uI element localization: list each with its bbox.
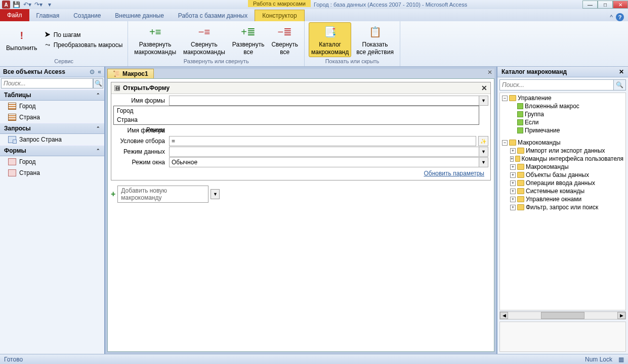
window-mode-input[interactable]	[169, 157, 479, 167]
plus-icon[interactable]: +	[111, 190, 115, 199]
step-button[interactable]: ⮞По шагам	[43, 30, 82, 39]
nav-group-Запросы[interactable]: Запросы⌃	[0, 123, 104, 134]
tree-toggle-icon[interactable]: +	[510, 197, 516, 202]
maximize-button[interactable]: □	[598, 1, 613, 9]
tree-node[interactable]: +Системные команды	[502, 187, 623, 195]
nav-item[interactable]: Город	[0, 156, 104, 167]
window-mode-dropdown-icon[interactable]: ▼	[479, 157, 488, 167]
folder-icon	[517, 196, 524, 202]
tab-design[interactable]: Конструктор	[255, 10, 304, 21]
dropdown-option-gorod[interactable]: Город	[114, 106, 479, 115]
doc-tab-close[interactable]: ✕	[485, 69, 494, 78]
redo-icon[interactable]: ↷▾	[33, 1, 44, 9]
catalog-close-icon[interactable]: ✕	[619, 68, 624, 75]
nav-item[interactable]: Страна	[0, 112, 104, 123]
tree-node[interactable]: +Операции ввода данных	[502, 179, 623, 187]
tree-toggle-icon[interactable]: −	[502, 140, 508, 146]
doc-tab-macro1[interactable]: 📜 Макрос1	[107, 69, 154, 78]
nav-item[interactable]: Город	[0, 101, 104, 112]
collapse-box-icon[interactable]: ⊟	[114, 85, 120, 91]
tree-toggle-icon[interactable]: +	[510, 164, 516, 170]
help-icon[interactable]: ?	[616, 13, 624, 21]
nav-item[interactable]: Запрос Страна	[0, 134, 104, 145]
param-filter-name: Имя фильтра	[113, 125, 488, 135]
tree-node[interactable]: +Фильтр, запрос или поиск	[502, 203, 623, 211]
undo-icon[interactable]: ↶▾	[22, 1, 32, 9]
tree-node[interactable]: −Управление	[502, 94, 623, 102]
folder-icon	[509, 95, 516, 101]
tree-node[interactable]: +Импорт или экспорт данных	[502, 147, 623, 155]
catalog-button[interactable]: 📑Каталог макрокоманд	[309, 22, 351, 57]
nav-search-button[interactable]: 🔍	[93, 78, 103, 88]
where-input[interactable]	[169, 136, 476, 146]
nav-search-input[interactable]	[1, 78, 93, 88]
tree-node[interactable]: +Команды интерфейса пользователя	[502, 155, 623, 163]
scroll-left-icon[interactable]: ◀	[500, 312, 508, 319]
catalog-search-input[interactable]	[499, 79, 614, 90]
step-icon: ⮞	[44, 31, 52, 39]
view-buttons[interactable]: ▦	[618, 356, 624, 363]
form-name-dropdown-icon[interactable]: ▼	[479, 96, 488, 106]
folder-icon	[517, 180, 524, 186]
group-label-expand: Развернуть или свернуть	[184, 57, 249, 65]
tree-toggle-icon[interactable]: −	[502, 96, 508, 101]
tree-toggle-icon[interactable]: +	[510, 148, 516, 154]
add-action-dropdown-icon[interactable]: ▼	[211, 189, 220, 199]
collapse-all-button[interactable]: −≣Свернуть все	[269, 23, 300, 57]
expression-builder-icon[interactable]: ✨	[478, 136, 488, 146]
convert-button[interactable]: ⤳Преобразовать макросы	[43, 40, 124, 50]
close-button[interactable]: ✕	[613, 1, 628, 9]
tree-node[interactable]: +Объекты базы данных	[502, 171, 623, 179]
tab-external-data[interactable]: Внешние данные	[108, 10, 171, 21]
tree-toggle-icon[interactable]: +	[510, 205, 516, 210]
tab-database-tools[interactable]: Работа с базами данных	[171, 10, 255, 21]
nav-item[interactable]: Страна	[0, 167, 104, 178]
tree-node[interactable]: +Макрокоманды	[502, 163, 623, 171]
tree-node[interactable]: Если	[502, 118, 623, 126]
nav-group-Таблицы[interactable]: Таблицы⌃	[0, 89, 104, 101]
expand-all-icon: +≣	[240, 24, 257, 40]
folder-icon	[517, 204, 524, 210]
data-mode-dropdown-icon[interactable]: ▼	[479, 147, 488, 157]
tab-create[interactable]: Создание	[66, 10, 108, 21]
update-params-link[interactable]: Обновить параметры	[424, 170, 484, 177]
scroll-thumb[interactable]	[541, 312, 584, 319]
tree-node[interactable]: Группа	[502, 110, 623, 118]
expand-all-button[interactable]: +≣Развернуть все	[230, 23, 267, 57]
ribbon-minimize-icon[interactable]: ^	[610, 14, 613, 21]
scroll-right-icon[interactable]: ▶	[617, 312, 625, 319]
show-all-button[interactable]: 📋Показать все действия	[354, 23, 396, 57]
execute-button[interactable]: ! Выполнить	[4, 26, 39, 53]
nav-collapse-icon[interactable]: «	[98, 68, 101, 75]
dropdown-option-strana[interactable]: Страна	[114, 115, 479, 124]
chevron-up-icon: ⌃	[96, 126, 100, 131]
tree-toggle-icon[interactable]: +	[510, 189, 516, 194]
minimize-button[interactable]: —	[582, 1, 598, 9]
tree-node[interactable]: −Макрокоманды	[502, 139, 623, 147]
expand-actions-button[interactable]: +≡Развернуть макрокоманды	[132, 23, 178, 57]
form-name-input[interactable]	[169, 96, 479, 106]
nav-header[interactable]: Все объекты Access ⊙ «	[0, 67, 104, 77]
save-icon[interactable]: 💾	[11, 1, 21, 9]
qat-customize-icon[interactable]: ▾	[45, 1, 55, 9]
catalog-search-button[interactable]: 🔍	[614, 79, 626, 90]
delete-action-icon[interactable]: ✕	[481, 84, 487, 92]
tree-node[interactable]: Примечание	[502, 126, 623, 134]
chevron-up-icon: ⌃	[96, 148, 100, 153]
collapse-actions-button[interactable]: −≡Свернуть макрокоманды	[181, 23, 227, 57]
nav-dropdown-icon[interactable]: ⊙	[90, 68, 95, 75]
add-action-row: + Добавить новую макрокоманду ▼	[111, 186, 491, 203]
tree-node[interactable]: Вложенный макрос	[502, 102, 623, 110]
tree-toggle-icon[interactable]: +	[510, 172, 516, 178]
tree-toggle-icon[interactable]: +	[510, 180, 516, 186]
macro-action-header[interactable]: ⊟ ОткрытьФорму ✕	[111, 82, 490, 94]
tree-node[interactable]: +Управление окнами	[502, 195, 623, 203]
add-action-combobox[interactable]: Добавить новую макрокоманду	[117, 186, 208, 203]
tab-home[interactable]: Главная	[29, 10, 67, 21]
file-tab[interactable]: Файл	[0, 9, 29, 21]
tree-toggle-icon[interactable]: +	[510, 156, 514, 162]
nav-group-Формы[interactable]: Формы⌃	[0, 145, 104, 156]
data-mode-input[interactable]	[169, 147, 479, 157]
catalog-horizontal-scrollbar[interactable]: ◀ ▶	[499, 311, 626, 320]
app-icon[interactable]: A	[2, 1, 10, 9]
